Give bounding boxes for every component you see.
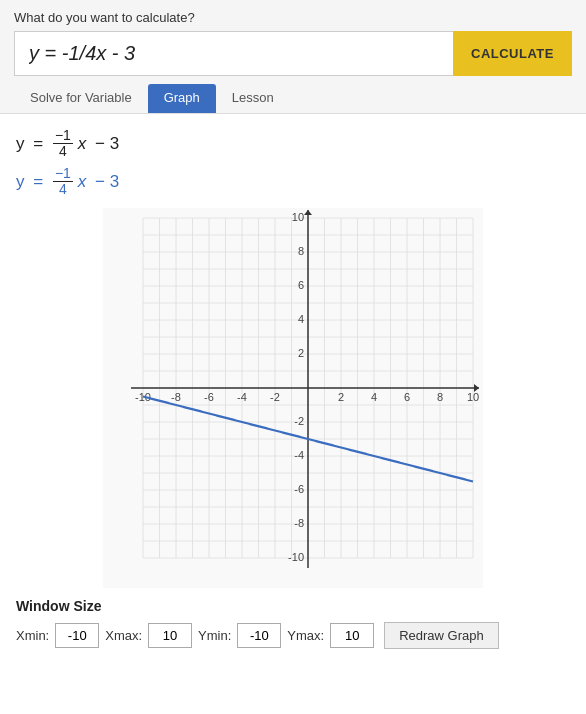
eq-black-numerator: −1 bbox=[53, 128, 73, 144]
ymax-label: Ymax: bbox=[287, 628, 324, 643]
eq-blue-rest: − 3 bbox=[90, 172, 119, 192]
eq-blue-x: x bbox=[78, 172, 87, 192]
graph-canvas bbox=[103, 208, 483, 588]
ymax-input[interactable] bbox=[330, 623, 374, 648]
tab-lesson[interactable]: Lesson bbox=[216, 84, 290, 113]
tab-graph[interactable]: Graph bbox=[148, 84, 216, 113]
window-size-section: Window Size Xmin: Xmax: Ymin: Ymax: Redr… bbox=[16, 598, 570, 649]
xmin-label: Xmin: bbox=[16, 628, 49, 643]
xmin-input[interactable] bbox=[55, 623, 99, 648]
window-size-title: Window Size bbox=[16, 598, 570, 614]
equation-input[interactable] bbox=[14, 31, 453, 76]
eq-blue-equals: = bbox=[29, 172, 48, 192]
eq-blue-denominator: 4 bbox=[57, 182, 69, 197]
graph-container bbox=[16, 208, 570, 588]
xmax-input[interactable] bbox=[148, 623, 192, 648]
tab-solve-for-variable[interactable]: Solve for Variable bbox=[14, 84, 148, 113]
eq-black-denominator: 4 bbox=[57, 144, 69, 159]
ymin-input[interactable] bbox=[237, 623, 281, 648]
ymin-label: Ymin: bbox=[198, 628, 231, 643]
window-size-controls: Xmin: Xmax: Ymin: Ymax: Redraw Graph bbox=[16, 622, 570, 649]
eq-black-equals: = bbox=[29, 134, 48, 154]
question-label: What do you want to calculate? bbox=[14, 10, 572, 25]
xmax-label: Xmax: bbox=[105, 628, 142, 643]
eq-black-x: x bbox=[78, 134, 87, 154]
equation-display-black: y = −1 4 x − 3 bbox=[16, 128, 570, 160]
equation-display-blue: y = −1 4 x − 3 bbox=[16, 166, 570, 198]
eq-blue-fraction: −1 4 bbox=[53, 166, 73, 198]
eq-blue-numerator: −1 bbox=[53, 166, 73, 182]
eq-black-fraction: −1 4 bbox=[53, 128, 73, 160]
eq-black-y: y bbox=[16, 134, 25, 154]
eq-blue-y: y bbox=[16, 172, 25, 192]
redraw-graph-button[interactable]: Redraw Graph bbox=[384, 622, 499, 649]
eq-black-rest: − 3 bbox=[90, 134, 119, 154]
calculate-button[interactable]: CALCULATE bbox=[453, 31, 572, 76]
